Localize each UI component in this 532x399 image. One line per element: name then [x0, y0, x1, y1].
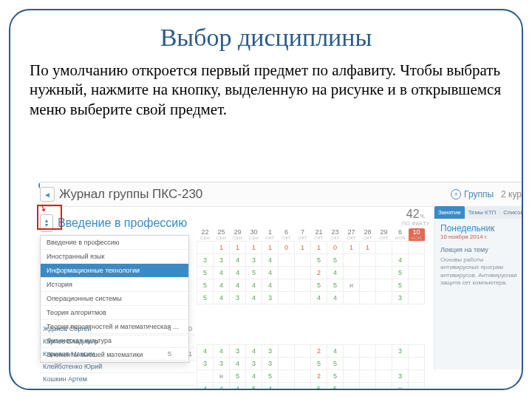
- panel-tab[interactable]: Список: [499, 206, 523, 219]
- group-title: ◄ Журнал группы ПКС-230: [40, 187, 202, 202]
- panel-day: Понедельник: [434, 219, 523, 233]
- back-icon[interactable]: ◄: [40, 187, 55, 202]
- student-list: Жданов Сергей40Карпов ВладимирКирилов Ма…: [40, 323, 195, 390]
- subject-name: Введение в профессию: [58, 216, 187, 230]
- group-title-text: Журнал группы ПКС-230: [59, 187, 202, 202]
- panel-date: 10 ноября 2014 г.: [434, 233, 523, 245]
- panel-tab[interactable]: Темы КТП: [465, 206, 500, 219]
- student-name[interactable]: Карпов Владимир: [40, 335, 134, 348]
- student-name[interactable]: Клейботенко Юрий: [40, 361, 134, 373]
- groups-link[interactable]: + Группы 2 кур: [451, 189, 523, 200]
- plus-icon: +: [451, 189, 461, 200]
- dropdown-item[interactable]: Введение в профессию: [41, 236, 188, 250]
- dropdown-item[interactable]: История: [41, 278, 188, 292]
- dropdown-item[interactable]: Информационные технологии: [41, 264, 188, 278]
- student-name[interactable]: Кирилов Максим: [40, 348, 134, 361]
- student-name[interactable]: Кузнецов Никита: [40, 386, 134, 391]
- app-screenshot: ◄ Журнал группы ПКС-230 + Группы 2 кур ➘…: [40, 182, 523, 369]
- dropdown-item[interactable]: Иностранный язык: [41, 250, 188, 264]
- dropdown-item[interactable]: Теория алгоритмов: [41, 306, 188, 320]
- side-panel: ЗанятиеТемы КТПСписок Понедельник 10 ноя…: [434, 206, 523, 369]
- slide-title: Выбор дисциплины: [30, 24, 502, 52]
- student-name[interactable]: Кошкин Артем: [40, 373, 134, 386]
- dropdown-item[interactable]: Операционные системы: [41, 292, 188, 306]
- panel-lecture: Лекция на тему: [434, 245, 523, 255]
- student-name[interactable]: Жданов Сергей: [40, 323, 134, 335]
- panel-tab[interactable]: Занятие: [434, 206, 465, 219]
- intro-text: По умолчанию откроется первый предмет по…: [30, 61, 502, 119]
- panel-tabs[interactable]: ЗанятиеТемы КТПСписок: [434, 206, 523, 219]
- panel-desc: Основы работы антивирусных програм антив…: [434, 255, 523, 289]
- attendance-grid: 22СЕН25СЕН29СЕН30СЕН1ОКТ6ОКТ7ОКТ21ОКТ23О…: [197, 228, 425, 390]
